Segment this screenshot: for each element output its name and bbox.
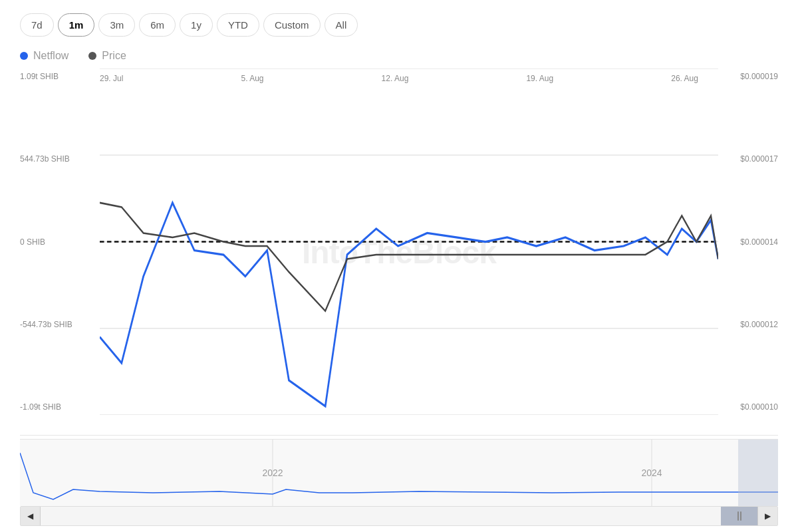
main-chart: 1.09t SHIB544.73b SHIB0 SHIB-544.73b SHI…: [20, 68, 778, 436]
y-left-label: 0 SHIB: [20, 237, 100, 247]
scrollbar-handle[interactable]: [721, 507, 757, 525]
y-right-label: $0.000010: [718, 402, 778, 412]
main-chart-wrapper: 1.09t SHIB544.73b SHIB0 SHIB-544.73b SHI…: [20, 68, 778, 525]
filter-btn-3m[interactable]: 3m: [98, 13, 135, 37]
time-filter-bar: 7d1m3m6m1yYTDCustomAll: [20, 13, 778, 37]
svg-text:2022: 2022: [262, 467, 283, 478]
mini-chart-wrapper: 2022 2024 ◀ ▶: [20, 439, 778, 525]
filter-btn-all[interactable]: All: [325, 13, 358, 37]
legend-netflow: Netflow: [20, 50, 68, 62]
svg-rect-11: [738, 440, 778, 506]
scroll-left-arrow[interactable]: ◀: [21, 507, 41, 525]
chart-legend: Netflow Price: [20, 50, 778, 62]
y-left-label: -1.09t SHIB: [20, 402, 100, 412]
mini-chart-svg: 2022 2024: [20, 440, 778, 506]
handle-line-1: [737, 511, 739, 521]
y-left-label: 544.73b SHIB: [20, 154, 100, 164]
price-label: Price: [102, 50, 126, 62]
y-axis-right: $0.000019$0.000017$0.000014$0.000012$0.0…: [718, 68, 778, 415]
y-left-label: -544.73b SHIB: [20, 320, 100, 329]
scrollbar[interactable]: ◀ ▶: [20, 506, 778, 526]
filter-btn-custom[interactable]: Custom: [263, 13, 321, 37]
scroll-right-arrow[interactable]: ▶: [757, 507, 777, 525]
y-right-label: $0.000019: [718, 72, 778, 81]
y-right-label: $0.000017: [718, 154, 778, 164]
y-axis-left: 1.09t SHIB544.73b SHIB0 SHIB-544.73b SHI…: [20, 68, 100, 415]
price-dot: [88, 52, 96, 60]
filter-btn-1y[interactable]: 1y: [180, 13, 213, 37]
filter-btn-ytd[interactable]: YTD: [217, 13, 259, 37]
filter-btn-6m[interactable]: 6m: [139, 13, 176, 37]
netflow-dot: [20, 52, 28, 60]
svg-text:2024: 2024: [641, 467, 662, 478]
y-right-label: $0.000012: [718, 320, 778, 329]
svg-rect-6: [20, 440, 778, 506]
chart-svg-container: [100, 68, 718, 415]
scrollbar-track: [41, 507, 757, 525]
handle-line-2: [740, 511, 741, 521]
filter-btn-1m[interactable]: 1m: [58, 13, 95, 37]
y-left-label: 1.09t SHIB: [20, 72, 100, 81]
chart-area: 1.09t SHIB544.73b SHIB0 SHIB-544.73b SHI…: [20, 68, 778, 525]
filter-btn-7d[interactable]: 7d: [20, 13, 54, 37]
legend-price: Price: [88, 50, 126, 62]
y-right-label: $0.000014: [718, 237, 778, 247]
netflow-label: Netflow: [33, 50, 68, 62]
